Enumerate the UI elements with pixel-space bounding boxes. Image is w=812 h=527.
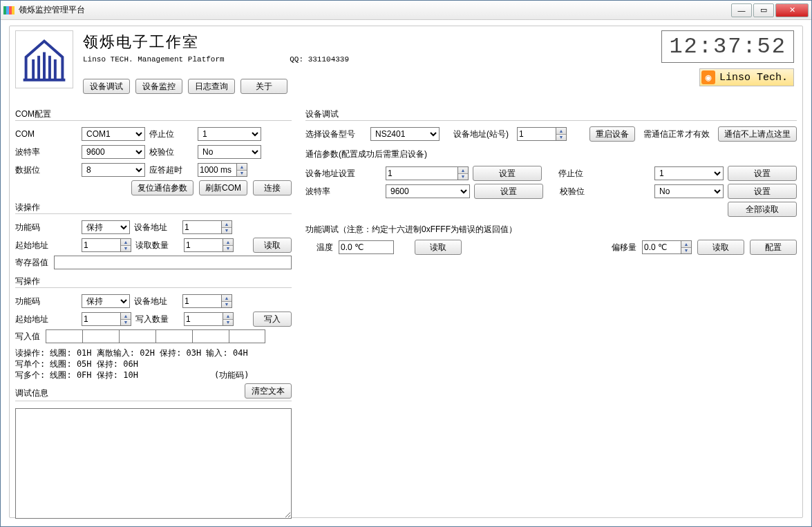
baud-select[interactable]: 9600	[82, 145, 145, 159]
write-count-label: 写入数量	[135, 314, 180, 325]
log-query-button[interactable]: 日志查询	[188, 79, 235, 94]
debug-info-group: 调试信息 清空文本	[15, 385, 292, 401]
write-count-spinner[interactable]: ▲▼	[184, 312, 234, 326]
reset-comm-button[interactable]: 复位通信参数	[131, 180, 193, 195]
write-func-select[interactable]: 保持	[82, 294, 130, 308]
timeout-spinner[interactable]: ▲▼	[198, 163, 247, 177]
databits-label: 数据位	[15, 164, 77, 176]
app-body: 领烁电子工作室 Linso TECH. Management Platform …	[9, 26, 803, 518]
write-value-5[interactable]	[192, 329, 229, 343]
write-start-label: 起始地址	[15, 314, 77, 325]
baud-label: 波特率	[15, 146, 77, 158]
read-start-spinner[interactable]: ▲▼	[82, 238, 131, 252]
read-func-select[interactable]: 保持	[82, 220, 130, 234]
comm-stop-select[interactable]: 1	[654, 166, 724, 180]
write-value-label: 写入值	[15, 331, 46, 343]
device-monitor-button[interactable]: 设备监控	[135, 79, 182, 94]
brand: 领烁电子工作室 Linso TECH. Management Platform …	[83, 30, 349, 94]
swirl-icon: ◉	[701, 70, 715, 84]
app-window: 领烁监控管理平台 — ▭ ✕ 领烁电子工作室 Linso TECH	[0, 0, 812, 527]
restart-device-button[interactable]: 重启设备	[589, 126, 635, 142]
set-baud-button[interactable]: 设置	[474, 184, 543, 199]
device-addr-spinner[interactable]: ▲▼	[517, 127, 567, 141]
read-addr-label: 设备地址	[134, 222, 178, 233]
model-select[interactable]: NS2401	[370, 127, 440, 141]
comm-parity-label: 校验位	[547, 186, 596, 198]
read-func-label: 功能码	[15, 222, 77, 233]
refresh-com-button[interactable]: 刷新COM	[199, 180, 247, 195]
device-debug-group: 设备调试	[305, 108, 797, 121]
right-column: 设备调试 选择设备型号 NS2401 设备地址(站号) ▲▼ 重启设备 需通信正…	[305, 104, 797, 521]
func-debug-group: 功能调试（注意：约定十六进制0xFFFF为错误的返回值）	[305, 224, 797, 236]
logo	[15, 30, 73, 88]
write-value-1[interactable]	[46, 329, 82, 343]
write-value-3[interactable]	[119, 329, 155, 343]
write-button[interactable]: 写入	[253, 312, 292, 327]
write-value-4[interactable]	[155, 329, 192, 343]
read-start-label: 起始地址	[15, 240, 77, 251]
stopbit-select[interactable]: 1	[198, 127, 261, 141]
comm-parity-select[interactable]: No	[654, 184, 724, 198]
read-op-group: 读操作	[15, 201, 292, 214]
timeout-label: 应答超时	[149, 164, 193, 176]
com-label: COM	[15, 129, 77, 139]
read-addr-spinner[interactable]: ▲▼	[182, 220, 232, 234]
offset-read-button[interactable]: 读取	[697, 240, 744, 255]
brand-subtitle: Linso TECH. Management Platform QQ: 3311…	[83, 55, 349, 64]
device-debug-button[interactable]: 设备调试	[83, 79, 130, 94]
close-button[interactable]: ✕	[775, 3, 809, 17]
comm-help-button[interactable]: 通信不上请点这里	[718, 126, 797, 142]
register-value-input[interactable]	[54, 256, 292, 269]
maximize-button[interactable]: ▭	[753, 3, 774, 17]
about-button[interactable]: 关于	[240, 79, 287, 94]
write-addr-label: 设备地址	[134, 296, 178, 307]
comm-baud-select[interactable]: 9600	[386, 184, 470, 198]
com-select[interactable]: COM1	[82, 127, 145, 141]
header: 领烁电子工作室 Linso TECH. Management Platform …	[15, 30, 797, 99]
write-addr-spinner[interactable]: ▲▼	[182, 294, 232, 308]
debug-textarea[interactable]	[15, 408, 292, 519]
comm-params-group: 通信参数(配置成功后需重启设备)	[305, 148, 797, 160]
set-addr-button[interactable]: 设置	[473, 166, 542, 181]
offset-config-button[interactable]: 配置	[750, 240, 797, 255]
titlebar: 领烁监控管理平台 — ▭ ✕	[1, 1, 811, 20]
write-value-2[interactable]	[82, 329, 119, 343]
register-value-label: 寄存器值	[15, 257, 51, 269]
main-toolbar: 设备调试 设备监控 日志查询 关于	[83, 79, 349, 94]
dev-addr-set-label: 设备地址设置	[305, 168, 381, 180]
offset-spinner[interactable]: ▲▼	[642, 240, 692, 254]
offset-label: 偏移量	[612, 242, 636, 253]
set-stop-button[interactable]: 设置	[728, 166, 797, 181]
stopbit-label: 停止位	[149, 128, 193, 140]
write-start-spinner[interactable]: ▲▼	[82, 312, 131, 326]
parity-select[interactable]: No	[198, 145, 261, 159]
app-icon	[3, 6, 15, 15]
write-op-group: 写操作	[15, 275, 292, 288]
clock-display: 12:37:52	[661, 30, 794, 63]
main-content: COM配置 COM COM1 停止位 1 波特率 9600 校验位 No 数据位…	[15, 104, 797, 521]
read-button[interactable]: 读取	[253, 238, 292, 253]
clear-text-button[interactable]: 清空文本	[245, 383, 292, 399]
comm-baud-label: 波特率	[305, 186, 381, 198]
device-addr-label: 设备地址(站号)	[444, 128, 513, 140]
write-func-label: 功能码	[15, 296, 77, 307]
left-column: COM配置 COM COM1 停止位 1 波特率 9600 校验位 No 数据位…	[15, 104, 292, 521]
write-value-6[interactable]	[229, 329, 265, 343]
read-count-label: 读取数量	[135, 240, 180, 251]
databits-select[interactable]: 8	[82, 163, 145, 177]
com-config-group: COM配置	[15, 108, 292, 121]
restart-note: 需通信正常才有效	[639, 128, 714, 140]
function-code-help: 读操作: 线圈: 01H 离散输入: 02H 保持: 03H 输入: 04H 写…	[15, 347, 292, 381]
temp-label: 温度	[305, 242, 333, 253]
connect-button[interactable]: 连接	[253, 180, 292, 195]
temp-read-button[interactable]: 读取	[415, 240, 462, 255]
minimize-button[interactable]: —	[731, 3, 752, 17]
read-count-spinner[interactable]: ▲▼	[184, 238, 234, 252]
linso-badge: ◉ Linso Tech.	[699, 68, 794, 86]
set-parity-button[interactable]: 设置	[728, 184, 797, 199]
read-all-button[interactable]: 全部读取	[728, 202, 797, 217]
dev-addr-set-spinner[interactable]: ▲▼	[386, 166, 469, 180]
comm-stop-label: 停止位	[546, 168, 594, 180]
temp-input[interactable]	[339, 240, 394, 254]
model-label: 选择设备型号	[305, 128, 366, 140]
